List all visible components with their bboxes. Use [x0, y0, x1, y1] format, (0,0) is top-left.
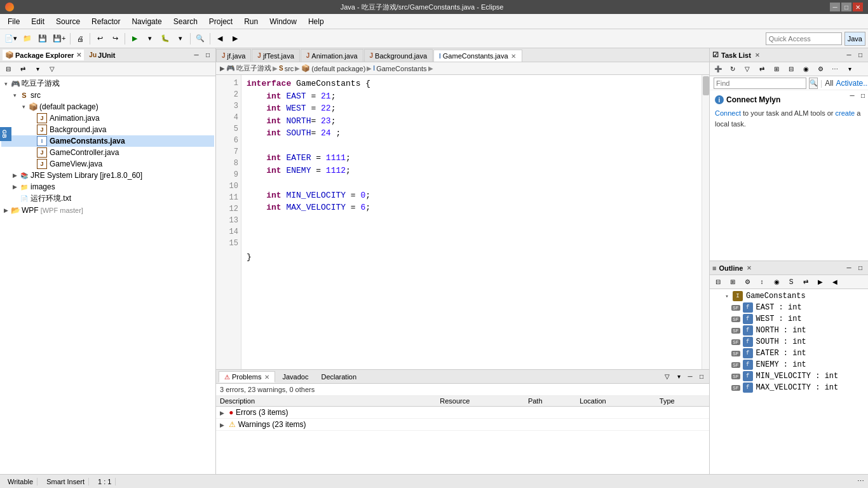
forward-button[interactable]: ▶	[228, 32, 242, 46]
task-all-label[interactable]: All	[825, 79, 833, 88]
tree-item-src[interactable]: ▾ S src	[1, 90, 214, 101]
menu-refactor[interactable]: Refactor	[86, 14, 125, 29]
print-button[interactable]: 🖨	[73, 32, 87, 46]
menu-edit[interactable]: Edit	[26, 14, 50, 29]
errors-cell[interactable]: ▶ ● Errors (3 items)	[216, 407, 436, 419]
tree-item-default-package[interactable]: ▾ 📦 (default package)	[1, 101, 214, 112]
outline-item-west[interactable]: SF f WEST : int	[711, 313, 867, 325]
tab-background[interactable]: J Background.java	[364, 49, 433, 62]
minimize-button[interactable]: ─	[830, 3, 840, 11]
menu-help[interactable]: Help	[303, 14, 329, 29]
problems-tab-close[interactable]: ✕	[264, 374, 269, 381]
gb-badge[interactable]: GB	[0, 127, 11, 141]
create-link[interactable]: create	[836, 109, 855, 117]
tree-item-gameview[interactable]: J GameView.java	[1, 158, 214, 170]
outline-expand-gameconstants[interactable]: ▾	[722, 293, 731, 300]
outline-hide-static-btn[interactable]: S	[784, 275, 798, 289]
outline-maximize[interactable]: □	[855, 263, 865, 273]
debug-dropdown[interactable]: ▾	[173, 32, 187, 46]
breadcrumb-src[interactable]: S src	[279, 65, 294, 72]
minimize-panel-button[interactable]: ─	[191, 50, 201, 60]
open-button[interactable]: 📁	[20, 32, 34, 46]
connect-link[interactable]: Connect	[715, 109, 741, 117]
warnings-expand[interactable]: ▶	[220, 422, 224, 428]
expand-arrow-wpf[interactable]: ▶	[1, 207, 10, 214]
table-row-warnings[interactable]: ▶ ⚠ Warnings (23 items)	[216, 419, 709, 431]
tree-item-wpf[interactable]: ▶ 📂 WPF [WPF master]	[1, 205, 214, 216]
expand-arrow-pkg[interactable]: ▾	[19, 104, 28, 110]
col-type[interactable]: Type	[656, 396, 709, 407]
collapse-all-button[interactable]: ⊟	[1, 62, 15, 76]
menu-run[interactable]: Run	[239, 14, 263, 29]
table-row-errors[interactable]: ▶ ● Errors (3 items)	[216, 407, 709, 419]
warnings-cell[interactable]: ▶ ⚠ Warnings (23 items)	[216, 419, 436, 431]
problems-filter-button[interactable]: ▽	[662, 372, 672, 382]
task-collapse-btn[interactable]: ⊟	[784, 62, 798, 76]
menu-project[interactable]: Project	[204, 14, 238, 29]
outline-sort-btn[interactable]: ↕	[755, 275, 769, 289]
mylyn-maximize[interactable]: □	[858, 90, 868, 100]
tree-item-envfile[interactable]: 📄 运行环境.txt	[1, 193, 214, 205]
debug-button[interactable]: 🐛	[158, 32, 172, 46]
menu-search[interactable]: Search	[168, 14, 203, 29]
package-explorer-tab[interactable]: 📦 Package Explorer ✕	[3, 50, 84, 60]
errors-expand[interactable]: ▶	[220, 410, 224, 416]
task-settings-btn[interactable]: ⚙	[813, 62, 827, 76]
search-button[interactable]: 🔍	[193, 32, 207, 46]
task-refresh-btn[interactable]: ↻	[726, 62, 740, 76]
code-editor[interactable]: 1 2 3 4 5 6 7 8 9 10 11 12 13 14 15	[216, 75, 709, 369]
menu-file[interactable]: File	[3, 14, 25, 29]
breadcrumb-class[interactable]: I GameConstants	[373, 65, 426, 72]
task-more-btn[interactable]: ⋯	[828, 62, 842, 76]
outline-item-enemy[interactable]: SF f ENEMY : int	[711, 359, 867, 370]
tab-javadoc[interactable]: Javadoc	[276, 371, 314, 383]
save-button[interactable]: 💾	[36, 32, 50, 46]
outline-filter-btn[interactable]: ⚙	[740, 275, 754, 289]
menu-source[interactable]: Source	[51, 14, 85, 29]
task-filter-btn[interactable]: ▽	[740, 62, 754, 76]
task-arrow-btn[interactable]: ▾	[843, 62, 857, 76]
outline-item-east[interactable]: SF f EAST : int	[711, 302, 867, 313]
expand-arrow-jre[interactable]: ▶	[10, 172, 19, 179]
tab-jf[interactable]: J jf.java	[216, 49, 251, 62]
problems-collapse-button[interactable]: ▾	[674, 372, 684, 382]
perspective-java[interactable]: Java	[844, 32, 865, 46]
run-button[interactable]: ▶	[128, 32, 142, 46]
task-new-btn[interactable]: ➕	[711, 62, 725, 76]
tab-jftest[interactable]: J jfTest.java	[252, 49, 299, 62]
outline-item-eater[interactable]: SF f EATER : int	[711, 348, 867, 359]
code-content[interactable]: interface GameConstants { int EAST = 21;…	[241, 75, 702, 369]
maximize-button[interactable]: □	[841, 3, 851, 11]
outline-link-btn[interactable]: ⇄	[799, 275, 813, 289]
outline-close[interactable]: ✕	[747, 265, 752, 271]
task-expand-btn[interactable]: ⊞	[770, 62, 783, 76]
outline-next-btn[interactable]: ▶	[813, 275, 827, 289]
col-location[interactable]: Location	[576, 396, 656, 407]
back-button[interactable]: ◀	[213, 32, 227, 46]
outline-expand-btn[interactable]: ⊞	[726, 275, 740, 289]
outline-item-max-velocity[interactable]: SF f MAX_VELOCITY : int	[711, 382, 867, 393]
tree-item-animation[interactable]: J Animation.java	[1, 112, 214, 124]
col-path[interactable]: Path	[524, 396, 576, 407]
task-activate-link[interactable]: Activate...	[836, 79, 868, 88]
new-button[interactable]: 📄▾	[3, 32, 19, 46]
outline-minimize[interactable]: ─	[844, 263, 854, 273]
tree-item-background[interactable]: J Background.java	[1, 124, 214, 135]
tab-declaration[interactable]: Declaration	[315, 371, 362, 383]
tab-gameconstants[interactable]: I GameConstants.java ✕	[433, 50, 522, 62]
breadcrumb-project[interactable]: 🎮 吃豆子游戏	[226, 64, 271, 73]
panel-filter-button[interactable]: ▽	[45, 62, 59, 76]
task-list-close[interactable]: ✕	[755, 52, 760, 58]
tab-animation[interactable]: J Animation.java	[301, 49, 363, 62]
maximize-bottom-button[interactable]: □	[696, 372, 707, 382]
tree-item-gameconstants[interactable]: I GameConstants.java	[1, 135, 214, 147]
breadcrumb-package[interactable]: 📦 (default package)	[301, 64, 365, 72]
tab-gameconstants-close[interactable]: ✕	[510, 53, 517, 60]
task-hide-btn[interactable]: ◉	[799, 62, 813, 76]
outline-collapse-btn[interactable]: ⊟	[711, 275, 725, 289]
col-resource[interactable]: Resource	[436, 396, 524, 407]
tree-item-images[interactable]: ▶ 📁 images	[1, 181, 214, 193]
col-description[interactable]: Description	[216, 396, 436, 407]
minimize-bottom-button[interactable]: ─	[685, 372, 695, 382]
outline-item-north[interactable]: SF f NORTH : int	[711, 325, 867, 336]
